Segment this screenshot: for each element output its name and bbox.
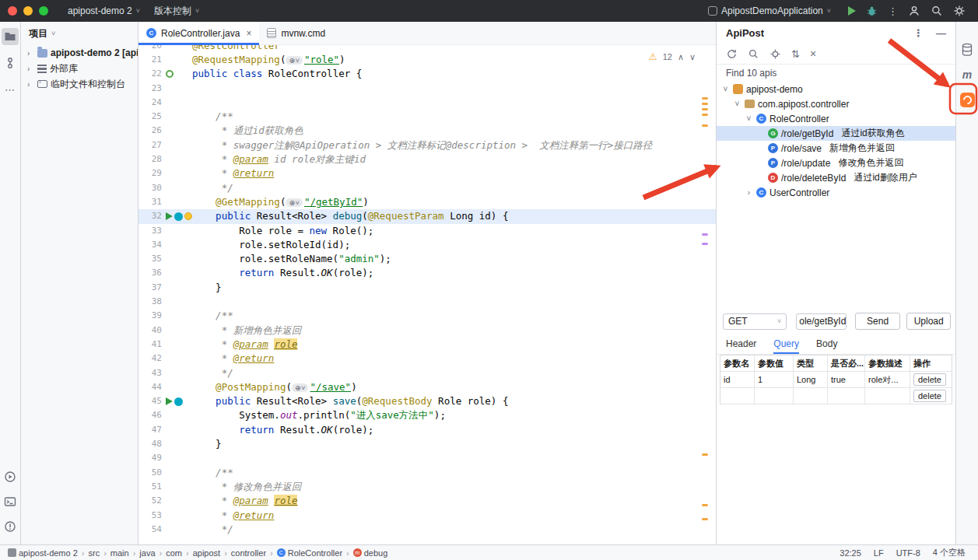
code-line[interactable]: 39 /** <box>138 309 716 323</box>
code-line[interactable]: 22public class RoleController { <box>138 67 716 81</box>
code-line[interactable]: 30 */ <box>138 181 716 195</box>
api-tree-item[interactable]: P/role/update修改角色并返回 <box>717 156 955 170</box>
table-cell[interactable]: delete <box>910 388 952 404</box>
code-editor[interactable]: 20@RestController21@RequestMapping(⊕˅"ro… <box>138 45 716 544</box>
code-line[interactable]: 24 <box>138 96 716 110</box>
commit-tool-window-button[interactable] <box>2 54 19 72</box>
settings-gear-icon[interactable] <box>953 5 966 17</box>
breadcrumb-item[interactable]: java <box>139 548 155 558</box>
search-icon[interactable] <box>931 5 943 17</box>
indent-style[interactable]: 4 个空格 <box>933 547 966 558</box>
file-encoding[interactable]: UTF-8 <box>896 548 920 558</box>
code-line[interactable]: 34 role.setRoleId(id); <box>138 238 716 252</box>
code-line[interactable]: 27 * swagger注解@ApiOperation > 文档注释标记@des… <box>138 138 716 152</box>
table-cell[interactable]: 1 <box>755 372 794 387</box>
code-line[interactable]: 20@RestController <box>138 45 716 53</box>
close-window-button[interactable] <box>8 6 17 16</box>
delete-button[interactable]: delete <box>913 373 946 386</box>
table-cell[interactable] <box>794 388 828 404</box>
code-line[interactable]: 47 return Result.OK(role); <box>138 423 716 437</box>
api-tree-item[interactable]: G/role/getById通过id获取角色 <box>717 126 955 141</box>
code-line[interactable]: 35 role.setRoleName("admin"); <box>138 252 716 266</box>
chevron-icon[interactable]: › <box>745 188 753 197</box>
api-tree-item[interactable]: ˅com.apipost.controller <box>717 96 955 111</box>
code-line[interactable]: 42 * @return <box>138 352 716 366</box>
breadcrumb-item[interactable]: mdebug <box>353 548 388 558</box>
code-line[interactable]: 46 System.out.println("进入save方法中"); <box>138 408 716 422</box>
code-line[interactable]: 37 } <box>138 281 716 295</box>
run-gutter-icon[interactable] <box>166 397 173 405</box>
code-line[interactable]: 41 * @param role <box>138 338 716 352</box>
tab-rolecontroller-java[interactable]: CRoleController.java× <box>138 22 259 44</box>
url-input[interactable]: ole/getById <box>796 313 847 330</box>
project-tree-item[interactable]: ›临时文件和控制台 <box>21 76 138 92</box>
project-tree-item[interactable]: ›外部库 <box>21 61 138 76</box>
problems-tool-window-button[interactable] <box>2 518 19 535</box>
api-tree-item[interactable]: P/role/save新增角色并返回 <box>717 141 955 156</box>
maven-tool-window-button[interactable]: m <box>962 68 972 82</box>
code-line[interactable]: 50 /** <box>138 466 716 480</box>
code-line[interactable]: 23 <box>138 82 716 96</box>
upload-button[interactable]: Upload <box>906 313 951 330</box>
code-line[interactable]: 44 @PostMapping(⊕˅"/save") <box>138 380 716 394</box>
code-line[interactable]: 52 * @param role <box>138 494 716 508</box>
run-configuration-selector[interactable]: ApipostDemoApplication ˅ <box>701 2 838 19</box>
code-line[interactable]: 38 <box>138 295 716 309</box>
breadcrumb-item[interactable]: apipost-demo 2 <box>8 548 78 558</box>
breadcrumb-item[interactable]: controller <box>231 548 266 558</box>
breadcrumb-item[interactable]: apipost <box>193 548 220 558</box>
table-cell[interactable]: true <box>828 372 865 387</box>
code-line[interactable]: 32 public Result<Role> debug(@RequestPar… <box>138 209 716 223</box>
user-account-icon[interactable] <box>908 5 920 17</box>
table-cell[interactable] <box>720 388 755 404</box>
table-cell[interactable]: delete <box>910 372 952 387</box>
code-line[interactable]: 29 * @return <box>138 166 716 180</box>
database-tool-window-button[interactable] <box>961 43 973 57</box>
breadcrumb-item[interactable]: CRoleController <box>277 548 342 558</box>
code-line[interactable]: 28 * @param id role对象主键id <box>138 152 716 166</box>
code-line[interactable]: 53 * @return <box>138 509 716 523</box>
terminal-tool-window-button[interactable] <box>2 493 19 510</box>
panel-options-button[interactable]: ⋮ <box>913 27 924 39</box>
table-cell[interactable]: role对... <box>865 372 910 387</box>
hide-panel-button[interactable]: — <box>936 27 946 39</box>
next-problem-icon[interactable]: ∨ <box>689 52 696 62</box>
line-separator[interactable]: LF <box>874 548 884 558</box>
apipost-tool-window-button[interactable] <box>960 93 975 107</box>
intention-bulb-icon[interactable] <box>184 212 192 220</box>
code-line[interactable]: 45 public Result<Role> save(@RequestBody… <box>138 394 716 408</box>
debug-bug-icon[interactable] <box>866 5 878 17</box>
chevron-right-icon[interactable]: › <box>27 80 34 89</box>
chevron-icon[interactable]: ˅ <box>721 85 730 93</box>
request-tab-header[interactable]: Header <box>726 334 756 354</box>
table-cell[interactable]: id <box>720 372 755 387</box>
api-tree-item[interactable]: ˅apipost-demo <box>717 82 955 96</box>
api-tree-item[interactable]: ›CUserController <box>717 185 955 200</box>
tab-mvnw-cmd[interactable]: mvnw.cmd <box>259 22 333 44</box>
code-line[interactable]: 26 * 通过id获取角色 <box>138 124 716 138</box>
chevron-right-icon[interactable]: › <box>27 49 34 58</box>
code-line[interactable]: 54 */ <box>138 523 716 537</box>
run-gutter-icon[interactable] <box>166 212 173 220</box>
breadcrumb-item[interactable]: main <box>110 548 129 558</box>
code-line[interactable]: 51 * 修改角色并返回 <box>138 480 716 494</box>
table-cell[interactable]: Long <box>794 372 828 387</box>
request-tab-query[interactable]: Query <box>773 334 799 354</box>
services-tool-window-button[interactable] <box>2 468 19 485</box>
code-line[interactable]: 31 @GetMapping(⊕˅"/getById") <box>138 195 716 209</box>
code-line[interactable]: 25 /** <box>138 110 716 124</box>
prev-problem-icon[interactable]: ∧ <box>678 52 684 62</box>
api-tree-item[interactable]: ˅CRoleController <box>717 111 955 126</box>
apipost-gutter-icon[interactable] <box>174 397 183 406</box>
request-tab-body[interactable]: Body <box>816 334 837 354</box>
code-line[interactable]: 40 * 新增角色并返回 <box>138 324 716 338</box>
apipost-gutter-icon[interactable] <box>174 212 183 221</box>
method-select[interactable]: GET ˅ <box>723 313 787 330</box>
table-cell[interactable] <box>828 388 865 404</box>
vcs-widget-button[interactable]: 版本控制 ˅ <box>147 2 206 19</box>
project-tree-item[interactable]: ›apipost-demo 2 [apipost-demo] <box>21 45 138 61</box>
project-widget-button[interactable]: apipost-demo 2 ˅ <box>61 2 147 19</box>
code-line[interactable]: 33 Role role = new Role(); <box>138 224 716 238</box>
caret-position[interactable]: 32:25 <box>840 548 861 558</box>
expand-collapse-icon[interactable]: ⇅ <box>791 48 800 60</box>
